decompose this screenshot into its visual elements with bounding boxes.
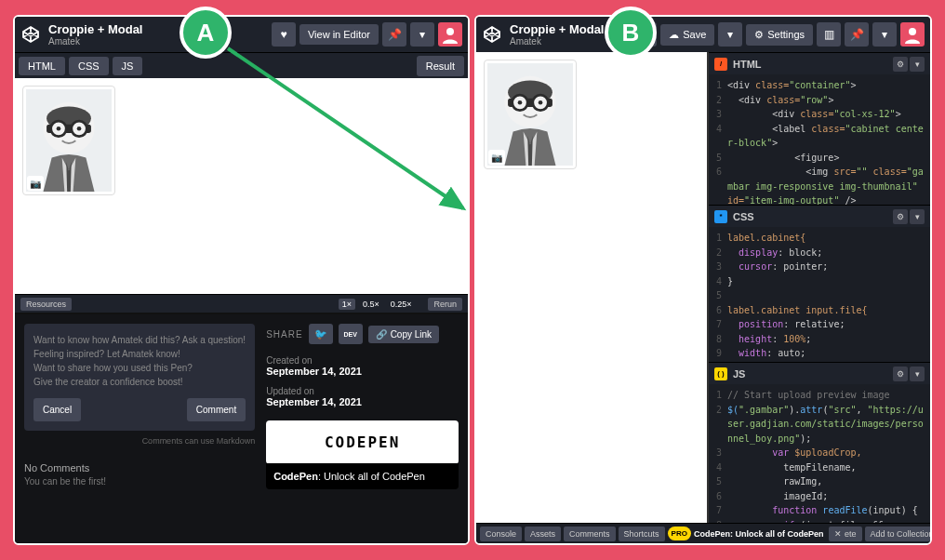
comment-compose-box[interactable]: Want to know how Amatek did this? Ask a … — [24, 324, 255, 431]
user-avatar-button[interactable] — [438, 22, 462, 47]
cancel-button[interactable]: Cancel — [33, 398, 81, 421]
avatar-upload-widget[interactable]: 📷 — [484, 60, 577, 169]
editor-js-title: JS — [733, 368, 887, 380]
rerun-button[interactable]: Rerun — [428, 298, 462, 311]
comment-button[interactable]: Comment — [187, 398, 246, 421]
editor-settings-button[interactable]: ⚙ — [893, 367, 908, 381]
compose-hint-3: Want to share how you used this Pen? — [33, 361, 246, 375]
dev-icon: DEV — [343, 331, 356, 338]
svg-point-10 — [77, 127, 82, 131]
editor-css-body[interactable]: 1label.cabinet{ 2 display: block; 3 curs… — [709, 227, 930, 362]
share-label: SHARE — [266, 329, 302, 340]
result-button[interactable]: Result — [417, 56, 464, 76]
details-panel: Want to know how Amatek did this? Ask a … — [15, 314, 468, 543]
updated-value: September 14, 2021 — [266, 396, 459, 407]
pin-button[interactable]: 📌 — [382, 22, 406, 47]
html-badge-icon: / — [714, 58, 727, 71]
codepen-logo-icon — [20, 24, 41, 45]
camera-icon: 📷 — [488, 150, 505, 165]
compose-hint-2: Feeling inspired? Let Amatek know! — [33, 347, 246, 361]
chevron-down-button[interactable]: ▾ — [410, 22, 434, 47]
user-avatar-button[interactable] — [900, 22, 925, 47]
chevron-down-button[interactable]: ▾ — [872, 22, 897, 47]
like-button[interactable]: ♥ — [272, 22, 296, 47]
editor-html-body[interactable]: 1<div class="container"> 2 <div class="r… — [709, 74, 930, 205]
editor-html-title: HTML — [733, 59, 887, 70]
zoom-025x[interactable]: 0.25× — [387, 299, 416, 310]
css-badge-icon: * — [714, 210, 727, 223]
preview-frame[interactable]: 📷 — [15, 78, 468, 294]
editor-css-title: CSS — [733, 211, 887, 222]
svg-point-2 — [446, 28, 454, 35]
editor-collapse-button[interactable]: ▾ — [910, 209, 925, 224]
editor-collapse-button[interactable]: ▾ — [910, 57, 925, 72]
share-twitter-button[interactable]: 🐦 — [309, 324, 333, 344]
annotation-badge-a: A — [180, 7, 232, 59]
link-icon: 🔗 — [376, 329, 387, 340]
console-button[interactable]: Console — [480, 527, 522, 541]
pen-title: Croppie + Modal — [48, 22, 268, 36]
no-comments-title: No Comments — [24, 462, 255, 473]
pin-button[interactable]: 📌 — [845, 22, 869, 47]
compose-hint-1: Want to know how Amatek did this? Ask a … — [33, 333, 246, 347]
annotation-badge-b: B — [605, 7, 657, 59]
codepen-ad-text: CodePen: Unlock all of CodePen — [266, 463, 459, 489]
editor-html-header: / HTML ⚙▾ — [709, 52, 930, 74]
preview-toolbar: Resources 1× 0.5× 0.25× Rerun — [15, 294, 468, 314]
share-row: SHARE 🐦 DEV 🔗Copy Link — [266, 324, 459, 344]
zoom-05x[interactable]: 0.5× — [359, 299, 383, 310]
comments-button[interactable]: Comments — [564, 527, 616, 541]
tab-js[interactable]: JS — [113, 57, 143, 75]
chevron-down-icon: ▾ — [727, 28, 733, 41]
preview-frame[interactable]: 📷 — [476, 52, 707, 523]
js-badge-icon: ( ) — [714, 367, 727, 380]
camera-icon: 📷 — [27, 176, 44, 191]
x-icon: ✕ — [834, 529, 842, 539]
share-dev-button[interactable]: DEV — [339, 324, 363, 344]
svg-point-9 — [57, 127, 61, 131]
chevron-down-icon: ▾ — [882, 28, 887, 41]
copy-link-button[interactable]: 🔗Copy Link — [368, 326, 439, 343]
delete-button[interactable]: ✕ ete — [829, 527, 861, 541]
no-comments-sub: You can be the first! — [24, 476, 255, 487]
settings-button[interactable]: ⚙Settings — [746, 24, 813, 46]
code-tabs: HTML CSS JS Result — [15, 52, 468, 78]
add-collection-button[interactable]: Add to Collection — [865, 527, 931, 541]
unlock-text[interactable]: CodePen: Unlock all of CodePen — [694, 529, 824, 539]
full-page-view-pane: Croppie + Modal Amatek ♥ View in Editor … — [13, 15, 470, 545]
tab-css[interactable]: CSS — [69, 57, 109, 75]
assets-button[interactable]: Assets — [525, 527, 561, 541]
markdown-note: Comments can use Markdown — [24, 436, 255, 446]
layout-button[interactable]: ▥ — [817, 22, 841, 47]
editor-js-header: ( ) JS ⚙▾ — [709, 362, 930, 384]
codepen-ad[interactable]: CODEPEN — [266, 420, 459, 464]
svg-point-19 — [539, 100, 543, 105]
editor-settings-button[interactable]: ⚙ — [893, 209, 908, 224]
compose-hint-4: Give the creator a confidence boost! — [33, 375, 246, 389]
chevron-down-icon: ▾ — [419, 28, 425, 41]
cloud-icon: ☁ — [669, 29, 679, 41]
created-value: September 14, 2021 — [266, 366, 459, 377]
created-label: Created on — [266, 355, 459, 366]
save-menu-button[interactable]: ▾ — [718, 22, 742, 47]
resources-button[interactable]: Resources — [20, 298, 72, 311]
codepen-logo-icon — [482, 24, 502, 45]
view-in-editor-button[interactable]: View in Editor — [299, 24, 379, 45]
bottom-bar: Console Assets Comments Shortcuts PRO Co… — [476, 523, 930, 543]
zoom-1x[interactable]: 1× — [339, 299, 355, 310]
pen-author: Amatek — [48, 36, 268, 47]
avatar-upload-widget[interactable]: 📷 — [22, 86, 115, 195]
shortcuts-button[interactable]: Shortcuts — [619, 527, 665, 541]
header: Croppie + Modal✎ Amatek ♥ ☁Save ▾ ⚙Setti… — [476, 17, 930, 52]
editor-settings-button[interactable]: ⚙ — [893, 57, 908, 72]
gear-icon: ⚙ — [754, 29, 764, 41]
editor-css-header: * CSS ⚙▾ — [709, 205, 930, 227]
editor-view-pane: Croppie + Modal✎ Amatek ♥ ☁Save ▾ ⚙Setti… — [474, 15, 932, 545]
tab-html[interactable]: HTML — [19, 57, 65, 75]
svg-point-18 — [518, 100, 523, 105]
svg-point-11 — [909, 28, 916, 35]
updated-label: Updated on — [266, 386, 459, 396]
editor-js-body[interactable]: 1// Start upload preview image 2$(".gamb… — [709, 384, 930, 523]
editor-collapse-button[interactable]: ▾ — [910, 367, 925, 381]
save-button[interactable]: ☁Save — [660, 24, 714, 46]
